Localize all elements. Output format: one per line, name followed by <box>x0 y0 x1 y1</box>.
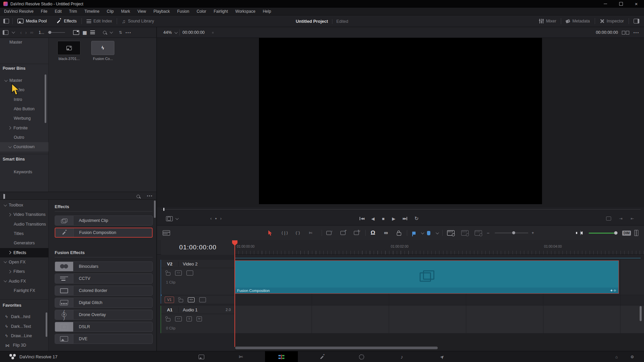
timeline-horizontal-scrollbar[interactable] <box>235 347 438 349</box>
page-media[interactable] <box>191 351 211 362</box>
fx-item-digital-glitch[interactable]: Digital Glitch <box>55 298 153 308</box>
menu-fusion[interactable]: Fusion <box>177 9 189 14</box>
play-button[interactable]: ▶ <box>392 216 395 221</box>
page-deliver[interactable]: ➤ <box>432 351 452 362</box>
menu-color[interactable]: Color <box>197 9 206 14</box>
metadata-button[interactable]: Metadata <box>561 15 594 27</box>
chevron-down-icon[interactable] <box>8 145 12 148</box>
bin-scrollbar[interactable] <box>45 74 46 123</box>
menu-edit[interactable]: Edit <box>55 9 62 14</box>
menu-workspace[interactable]: Workspace <box>235 9 256 14</box>
insert-clip-icon[interactable]: ↓ <box>326 226 331 240</box>
track-header-v2[interactable]: V2 Video 2 <> 1 Clip <box>161 260 235 295</box>
inspector-panel-toggle[interactable] <box>629 15 644 27</box>
auto-select-icon[interactable]: <> <box>175 270 182 276</box>
close-button[interactable]: × <box>629 0 644 8</box>
fx-list-scrollbar[interactable] <box>154 200 156 218</box>
current-clip-icon[interactable]: ● <box>215 217 217 220</box>
menu-davinci-resolve[interactable]: DaVinci Resolve <box>4 9 34 14</box>
trim-edit-mode-icon[interactable]: ⟨❘⟩ <box>281 226 288 240</box>
effects-button[interactable]: Effects <box>52 15 82 27</box>
bin-item-master[interactable]: Master <box>0 76 49 85</box>
edit-index-button[interactable]: Edit Index <box>82 15 117 27</box>
fx-tree-item-effects[interactable]: Effects <box>0 248 49 257</box>
list-view-icon[interactable] <box>90 31 95 34</box>
fx-item-colored-border[interactable]: Colored Border <box>55 286 153 296</box>
track-lock-icon[interactable] <box>179 299 183 302</box>
fx-panel-toggle-icon[interactable] <box>3 194 4 199</box>
options-menu-icon[interactable]: ••• <box>125 31 131 35</box>
relink-icon[interactable]: ∞ <box>30 30 33 35</box>
project-settings-gear-icon[interactable]: ⚙ <box>622 351 642 362</box>
menu-mark[interactable]: Mark <box>121 9 130 14</box>
chevron-right-icon[interactable] <box>8 213 11 216</box>
flag-chevron-icon[interactable] <box>421 226 423 240</box>
viewer-timecode[interactable]: 00:00:00:00 <box>182 30 205 35</box>
auto-select-icon[interactable]: <> <box>188 297 195 302</box>
page-cut[interactable]: ✄ <box>231 351 251 362</box>
sort-icon[interactable]: ⇅ <box>119 30 122 35</box>
fx-tree-item-audio-transitions[interactable]: Audio Transitions <box>0 220 49 229</box>
timeline-vertical-scrollbar[interactable] <box>640 306 642 321</box>
dynamic-trim-mode-icon[interactable]: ⟨ˈ⟩ <box>296 226 300 240</box>
back-icon[interactable]: ‹ <box>20 30 22 35</box>
fx-tree-item-generators[interactable]: Generators <box>0 238 49 248</box>
bin-item-fortnite[interactable]: Fortnite <box>0 123 49 133</box>
zoom-in-icon[interactable]: + <box>532 226 534 240</box>
metadata-view-icon[interactable] <box>73 30 79 35</box>
scrub-handle[interactable] <box>163 208 164 211</box>
go-to-start-button[interactable]: ◀◀ <box>360 217 364 220</box>
media-clip-thumbnail[interactable] <box>57 41 80 55</box>
menu-view[interactable]: View <box>138 9 146 14</box>
bin-item-werbung[interactable]: Werbung <box>0 114 49 123</box>
media-storage-toggle[interactable] <box>0 15 12 27</box>
favorite-item-dark-text[interactable]: ϟDark...Text <box>0 321 49 331</box>
dual-viewer-icon[interactable] <box>622 31 629 35</box>
stop-button[interactable]: ■ <box>382 216 385 221</box>
chevron-right-icon[interactable] <box>8 126 11 130</box>
page-fairlight[interactable]: ♪ <box>392 351 412 362</box>
audio-monitor-icon[interactable] <box>580 226 583 240</box>
bin-item-intro[interactable]: Intro <box>0 95 49 104</box>
chevron-down-icon[interactable] <box>4 203 7 206</box>
zoom-slider[interactable] <box>495 226 528 240</box>
timeline-ruler[interactable]: 01:00:00:00 01:00:00:0001:00:02:0001:00:… <box>157 240 644 255</box>
track-name[interactable]: Video 2 <box>179 261 198 266</box>
fx-item-dslr[interactable]: DSLR <box>55 322 153 332</box>
fx-tree-item-toolbox[interactable]: Toolbox <box>0 200 49 210</box>
timeline-view-options-icon[interactable] <box>163 226 170 240</box>
menu-trim[interactable]: Trim <box>69 9 77 14</box>
volume-slider[interactable] <box>589 226 618 240</box>
bin-item-countdown[interactable]: Countdown <box>0 142 49 152</box>
favorite-item-draw-line[interactable]: ϟDraw...Line <box>0 331 49 341</box>
media-pool-button[interactable]: Media Pool <box>13 15 52 27</box>
chevron-down-icon[interactable] <box>175 217 179 220</box>
zoom-detail-icon[interactable] <box>461 226 469 240</box>
fx-tree-item-audio-fx[interactable]: Audio FX <box>0 276 49 286</box>
position-lock-icon[interactable] <box>397 226 401 240</box>
track-id[interactable]: A1 <box>161 307 179 312</box>
resize-viewer-icon[interactable] <box>606 217 611 221</box>
flag-icon[interactable] <box>412 226 416 240</box>
track-name[interactable]: Audio 1 <box>179 307 198 312</box>
previous-clip-icon[interactable]: ‹ <box>210 216 212 221</box>
linked-selection-icon[interactable]: ∞ <box>384 226 388 240</box>
search-icon[interactable] <box>103 31 106 34</box>
inspector-button[interactable]: Inspector <box>595 15 629 27</box>
mute-button[interactable]: M <box>197 316 202 321</box>
menu-timeline[interactable]: Timeline <box>84 9 99 14</box>
viewer-options-icon[interactable]: ••• <box>633 31 639 35</box>
match-frame-in-icon[interactable]: ⇤ <box>631 216 634 221</box>
menu-file[interactable]: File <box>41 9 47 14</box>
fx-options-icon[interactable]: ••• <box>147 194 153 198</box>
bin-item-video[interactable]: Video <box>0 85 49 95</box>
page-edit[interactable] <box>265 351 298 362</box>
replace-clip-icon[interactable]: ↻ <box>354 226 359 240</box>
mixer-button[interactable]: Mixer <box>534 15 561 27</box>
video-canvas[interactable] <box>259 38 542 204</box>
maximize-button[interactable] <box>613 0 629 8</box>
match-frame-out-icon[interactable]: ⇥ <box>619 216 623 221</box>
chevron-right-icon[interactable] <box>8 270 11 273</box>
go-to-end-button[interactable]: ▶▶ <box>403 217 407 220</box>
solo-button[interactable]: S <box>186 316 192 321</box>
